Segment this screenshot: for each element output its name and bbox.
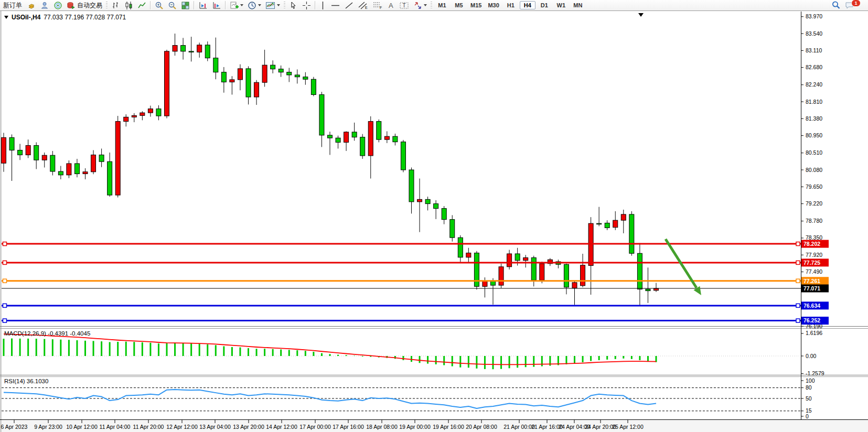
autotrade-button[interactable]: 自动交易 — [65, 1, 104, 10]
time-axis-label: 17 Apr 00:00 — [299, 424, 331, 430]
fibonacci-tool-button[interactable]: F — [370, 1, 385, 10]
candle-body — [613, 220, 618, 228]
time-axis-label: 10 Apr 12:00 — [66, 424, 98, 430]
line-anchor-handle[interactable] — [3, 304, 7, 307]
tile-windows-icon — [181, 1, 190, 10]
candle-body — [278, 69, 283, 72]
horizontal-line-icon — [330, 1, 340, 10]
candle-body — [360, 137, 365, 156]
price-axis-label: 78.780 — [806, 218, 822, 224]
chevron-down-icon[interactable] — [240, 4, 243, 6]
price-axis-label: 80.080 — [806, 167, 822, 173]
toolbar-separator — [315, 1, 316, 9]
rsi-axis-label: 50 — [806, 395, 812, 402]
line-anchor-handle[interactable] — [3, 242, 7, 246]
candle-body — [26, 145, 30, 155]
templates-button[interactable] — [263, 1, 282, 10]
text-label-tool-button[interactable]: T — [397, 1, 411, 10]
timeframe-button-mn[interactable]: MN — [570, 1, 586, 9]
time-axis-label: 13 Apr 04:00 — [199, 424, 231, 430]
arrows-tool-button[interactable] — [411, 1, 429, 10]
horizontal-line-tool-button[interactable] — [328, 1, 342, 10]
candle-body — [450, 220, 455, 238]
candle-body — [311, 79, 316, 94]
candle-body — [91, 155, 96, 171]
timeframe-button-m1[interactable]: M1 — [434, 1, 450, 9]
auto-scroll-button[interactable] — [210, 1, 223, 10]
candle-body — [295, 75, 299, 77]
periods-button[interactable] — [245, 1, 263, 10]
chevron-down-icon[interactable] — [277, 4, 280, 6]
indicators-button[interactable] — [228, 1, 245, 10]
candle-body — [205, 45, 210, 58]
line-anchor-handle[interactable] — [796, 279, 800, 283]
accounts-icon[interactable] — [38, 1, 51, 10]
chat-button[interactable]: 1 — [843, 1, 866, 10]
chevron-down-icon[interactable] — [424, 4, 427, 6]
zoom-in-icon — [155, 1, 164, 10]
timeframe-button-w1[interactable]: W1 — [553, 1, 569, 9]
line-chart-icon — [137, 1, 146, 10]
time-axis-label: 12 Apr 12:00 — [166, 424, 198, 430]
search-button[interactable] — [829, 1, 843, 10]
text-tool-button[interactable]: A — [385, 1, 397, 10]
candle-body — [271, 65, 275, 69]
signals-icon[interactable] — [51, 1, 65, 10]
channel-tool-button[interactable]: E — [356, 1, 370, 10]
autotrade-icon — [67, 1, 76, 10]
tile-windows-button[interactable] — [179, 1, 192, 10]
zoom-out-icon — [168, 1, 177, 10]
candle-body — [189, 51, 194, 52]
new-order-button[interactable]: 新订单 — [0, 1, 25, 10]
price-axis-label: 77.490 — [806, 268, 822, 275]
zoom-in-button[interactable] — [153, 1, 166, 10]
toolbar-grip — [284, 2, 285, 9]
toolbar-grip — [431, 2, 432, 9]
trendline-icon — [345, 1, 353, 10]
candle-body — [83, 172, 88, 174]
signals-glyph — [53, 1, 62, 10]
price-badge-label: 77.725 — [803, 260, 820, 266]
candle-body — [34, 145, 39, 160]
line-anchor-handle[interactable] — [796, 304, 800, 307]
timeframe-button-m5[interactable]: M5 — [451, 1, 467, 9]
timeframe-button-m15[interactable]: M15 — [468, 1, 484, 9]
candle-body — [540, 264, 544, 280]
arrows-icon — [413, 1, 422, 10]
line-anchor-handle[interactable] — [3, 261, 7, 264]
chart-shift-button[interactable] — [196, 1, 210, 10]
zoom-out-button[interactable] — [166, 1, 179, 10]
crosshair-tool-button[interactable] — [300, 1, 313, 10]
cursor-tool-button[interactable] — [287, 1, 300, 10]
candlestick-chart-button[interactable] — [122, 1, 135, 10]
candle-body — [654, 288, 659, 290]
price-badge-label: 77.261 — [803, 278, 820, 284]
gold-bars-icon[interactable] — [25, 1, 38, 10]
line-anchor-handle[interactable] — [796, 242, 800, 246]
candle-body — [303, 77, 308, 80]
candle-body — [458, 237, 463, 257]
timeframe-button-h4[interactable]: H4 — [520, 1, 535, 9]
candle-body — [621, 214, 626, 220]
macd-axis-label: 1.6196 — [806, 330, 822, 336]
candle-body — [213, 58, 218, 72]
line-chart-button[interactable] — [135, 1, 148, 10]
line-anchor-handle[interactable] — [3, 279, 7, 283]
line-anchor-handle[interactable] — [3, 319, 7, 322]
chevron-down-icon[interactable] — [258, 4, 261, 6]
timeframe-button-d1[interactable]: D1 — [537, 1, 552, 9]
line-anchor-handle[interactable] — [796, 261, 800, 264]
bar-chart-button[interactable] — [109, 1, 122, 10]
trendline-tool-button[interactable] — [342, 1, 356, 10]
vertical-line-tool-button[interactable] — [317, 1, 328, 10]
price-axis-label: 81.810 — [806, 99, 822, 105]
timeframe-button-h1[interactable]: H1 — [503, 1, 519, 9]
chart-canvas[interactable]: 83.97083.54083.11082.68082.24081.81081.3… — [0, 10, 868, 432]
one-click-trading-toggle-icon[interactable] — [4, 16, 8, 19]
candle-body — [605, 223, 609, 228]
svg-text:E: E — [365, 6, 368, 9]
timeframe-button-m30[interactable]: M30 — [485, 1, 501, 9]
candle-body — [2, 137, 6, 163]
notification-badge: 1 — [851, 0, 861, 7]
line-anchor-handle[interactable] — [796, 319, 800, 322]
